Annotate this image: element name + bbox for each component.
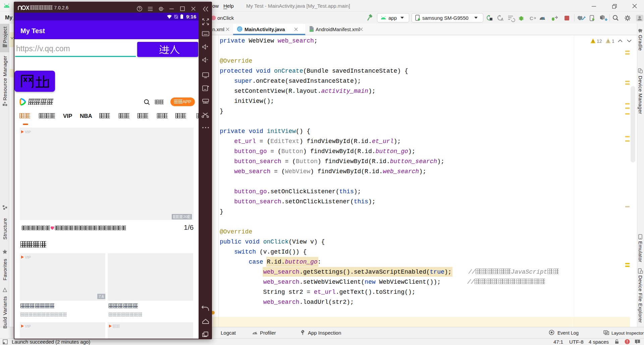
svg-text:MF: MF [310, 29, 314, 32]
svg-text:1: 1 [612, 39, 614, 44]
svg-text:12: 12 [597, 39, 602, 44]
svg-text:C: C [238, 27, 241, 31]
svg-text:C: C [530, 15, 533, 21]
svg-text:A: A [501, 17, 503, 21]
